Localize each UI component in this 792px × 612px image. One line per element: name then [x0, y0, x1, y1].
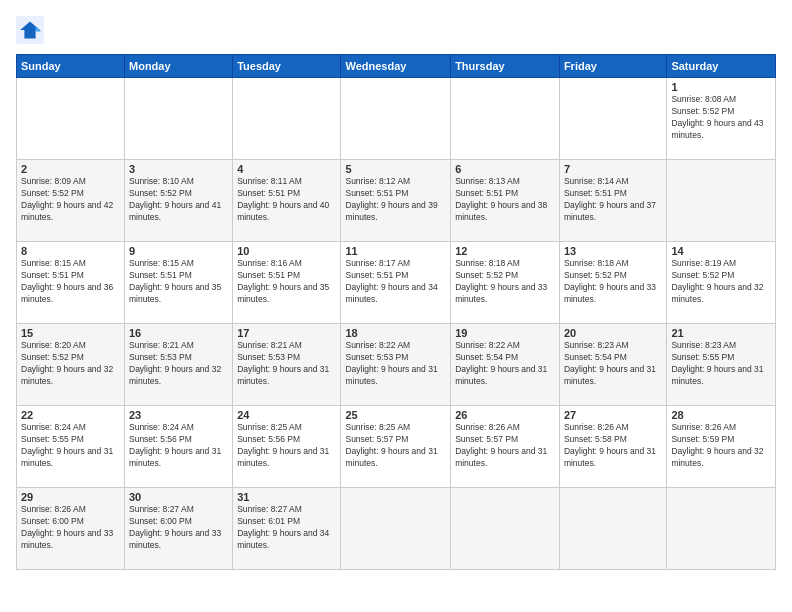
week-row-2: 2 Sunrise: 8:09 AMSunset: 5:52 PMDayligh…: [17, 160, 776, 242]
calendar-cell: [667, 160, 776, 242]
day-number: 29: [21, 491, 120, 503]
day-info: Sunrise: 8:08 AMSunset: 5:52 PMDaylight:…: [671, 94, 771, 142]
day-number: 10: [237, 245, 336, 257]
day-number: 20: [564, 327, 662, 339]
calendar-cell: 3 Sunrise: 8:10 AMSunset: 5:52 PMDayligh…: [125, 160, 233, 242]
calendar-body: 1 Sunrise: 8:08 AMSunset: 5:52 PMDayligh…: [17, 78, 776, 570]
day-number: 28: [671, 409, 771, 421]
calendar-cell: 31 Sunrise: 8:27 AMSunset: 6:01 PMDaylig…: [233, 488, 341, 570]
day-info: Sunrise: 8:09 AMSunset: 5:52 PMDaylight:…: [21, 176, 120, 224]
day-number: 23: [129, 409, 228, 421]
calendar-cell: 11 Sunrise: 8:17 AMSunset: 5:51 PMDaylig…: [341, 242, 451, 324]
day-number: 12: [455, 245, 555, 257]
day-info: Sunrise: 8:12 AMSunset: 5:51 PMDaylight:…: [345, 176, 446, 224]
week-row-3: 8 Sunrise: 8:15 AMSunset: 5:51 PMDayligh…: [17, 242, 776, 324]
calendar-cell: 4 Sunrise: 8:11 AMSunset: 5:51 PMDayligh…: [233, 160, 341, 242]
dow-header-tuesday: Tuesday: [233, 55, 341, 78]
day-number: 15: [21, 327, 120, 339]
dow-header-thursday: Thursday: [451, 55, 560, 78]
calendar-cell: 14 Sunrise: 8:19 AMSunset: 5:52 PMDaylig…: [667, 242, 776, 324]
logo-icon: [16, 16, 44, 44]
calendar-cell: [17, 78, 125, 160]
day-number: 9: [129, 245, 228, 257]
day-info: Sunrise: 8:22 AMSunset: 5:54 PMDaylight:…: [455, 340, 555, 388]
calendar-cell: 17 Sunrise: 8:21 AMSunset: 5:53 PMDaylig…: [233, 324, 341, 406]
calendar-cell: [451, 488, 560, 570]
day-info: Sunrise: 8:19 AMSunset: 5:52 PMDaylight:…: [671, 258, 771, 306]
day-info: Sunrise: 8:26 AMSunset: 5:59 PMDaylight:…: [671, 422, 771, 470]
week-row-5: 22 Sunrise: 8:24 AMSunset: 5:55 PMDaylig…: [17, 406, 776, 488]
calendar-cell: 23 Sunrise: 8:24 AMSunset: 5:56 PMDaylig…: [125, 406, 233, 488]
day-info: Sunrise: 8:23 AMSunset: 5:54 PMDaylight:…: [564, 340, 662, 388]
day-info: Sunrise: 8:23 AMSunset: 5:55 PMDaylight:…: [671, 340, 771, 388]
calendar-cell: 19 Sunrise: 8:22 AMSunset: 5:54 PMDaylig…: [451, 324, 560, 406]
calendar-cell: 30 Sunrise: 8:27 AMSunset: 6:00 PMDaylig…: [125, 488, 233, 570]
calendar-cell: 29 Sunrise: 8:26 AMSunset: 6:00 PMDaylig…: [17, 488, 125, 570]
day-info: Sunrise: 8:24 AMSunset: 5:55 PMDaylight:…: [21, 422, 120, 470]
day-number: 19: [455, 327, 555, 339]
day-number: 11: [345, 245, 446, 257]
logo: [16, 16, 48, 44]
day-info: Sunrise: 8:26 AMSunset: 6:00 PMDaylight:…: [21, 504, 120, 552]
day-info: Sunrise: 8:17 AMSunset: 5:51 PMDaylight:…: [345, 258, 446, 306]
calendar-cell: [125, 78, 233, 160]
calendar-cell: [559, 78, 666, 160]
calendar-cell: [451, 78, 560, 160]
day-info: Sunrise: 8:21 AMSunset: 5:53 PMDaylight:…: [129, 340, 228, 388]
calendar-cell: 7 Sunrise: 8:14 AMSunset: 5:51 PMDayligh…: [559, 160, 666, 242]
day-info: Sunrise: 8:16 AMSunset: 5:51 PMDaylight:…: [237, 258, 336, 306]
day-number: 31: [237, 491, 336, 503]
day-info: Sunrise: 8:26 AMSunset: 5:58 PMDaylight:…: [564, 422, 662, 470]
day-info: Sunrise: 8:27 AMSunset: 6:01 PMDaylight:…: [237, 504, 336, 552]
day-info: Sunrise: 8:20 AMSunset: 5:52 PMDaylight:…: [21, 340, 120, 388]
calendar-cell: 22 Sunrise: 8:24 AMSunset: 5:55 PMDaylig…: [17, 406, 125, 488]
day-number: 18: [345, 327, 446, 339]
calendar-cell: 8 Sunrise: 8:15 AMSunset: 5:51 PMDayligh…: [17, 242, 125, 324]
calendar-cell: 20 Sunrise: 8:23 AMSunset: 5:54 PMDaylig…: [559, 324, 666, 406]
day-info: Sunrise: 8:15 AMSunset: 5:51 PMDaylight:…: [129, 258, 228, 306]
calendar-cell: 13 Sunrise: 8:18 AMSunset: 5:52 PMDaylig…: [559, 242, 666, 324]
calendar-cell: 9 Sunrise: 8:15 AMSunset: 5:51 PMDayligh…: [125, 242, 233, 324]
calendar-cell: [341, 488, 451, 570]
calendar-cell: 5 Sunrise: 8:12 AMSunset: 5:51 PMDayligh…: [341, 160, 451, 242]
calendar-cell: 1 Sunrise: 8:08 AMSunset: 5:52 PMDayligh…: [667, 78, 776, 160]
day-number: 16: [129, 327, 228, 339]
calendar-cell: 18 Sunrise: 8:22 AMSunset: 5:53 PMDaylig…: [341, 324, 451, 406]
day-number: 27: [564, 409, 662, 421]
day-number: 5: [345, 163, 446, 175]
day-info: Sunrise: 8:26 AMSunset: 5:57 PMDaylight:…: [455, 422, 555, 470]
day-number: 24: [237, 409, 336, 421]
calendar-cell: [341, 78, 451, 160]
day-info: Sunrise: 8:18 AMSunset: 5:52 PMDaylight:…: [564, 258, 662, 306]
calendar-cell: 2 Sunrise: 8:09 AMSunset: 5:52 PMDayligh…: [17, 160, 125, 242]
page: SundayMondayTuesdayWednesdayThursdayFrid…: [0, 0, 792, 612]
calendar-cell: 27 Sunrise: 8:26 AMSunset: 5:58 PMDaylig…: [559, 406, 666, 488]
dow-header-saturday: Saturday: [667, 55, 776, 78]
day-number: 25: [345, 409, 446, 421]
day-info: Sunrise: 8:13 AMSunset: 5:51 PMDaylight:…: [455, 176, 555, 224]
calendar-cell: 15 Sunrise: 8:20 AMSunset: 5:52 PMDaylig…: [17, 324, 125, 406]
week-row-6: 29 Sunrise: 8:26 AMSunset: 6:00 PMDaylig…: [17, 488, 776, 570]
day-of-week-row: SundayMondayTuesdayWednesdayThursdayFrid…: [17, 55, 776, 78]
day-number: 13: [564, 245, 662, 257]
day-number: 26: [455, 409, 555, 421]
dow-header-wednesday: Wednesday: [341, 55, 451, 78]
calendar-cell: 28 Sunrise: 8:26 AMSunset: 5:59 PMDaylig…: [667, 406, 776, 488]
day-number: 17: [237, 327, 336, 339]
day-info: Sunrise: 8:22 AMSunset: 5:53 PMDaylight:…: [345, 340, 446, 388]
week-row-4: 15 Sunrise: 8:20 AMSunset: 5:52 PMDaylig…: [17, 324, 776, 406]
day-info: Sunrise: 8:21 AMSunset: 5:53 PMDaylight:…: [237, 340, 336, 388]
day-info: Sunrise: 8:27 AMSunset: 6:00 PMDaylight:…: [129, 504, 228, 552]
day-number: 21: [671, 327, 771, 339]
day-info: Sunrise: 8:18 AMSunset: 5:52 PMDaylight:…: [455, 258, 555, 306]
dow-header-monday: Monday: [125, 55, 233, 78]
calendar-cell: [559, 488, 666, 570]
day-number: 6: [455, 163, 555, 175]
day-info: Sunrise: 8:25 AMSunset: 5:57 PMDaylight:…: [345, 422, 446, 470]
calendar-cell: [233, 78, 341, 160]
week-row-1: 1 Sunrise: 8:08 AMSunset: 5:52 PMDayligh…: [17, 78, 776, 160]
day-info: Sunrise: 8:24 AMSunset: 5:56 PMDaylight:…: [129, 422, 228, 470]
calendar-table: SundayMondayTuesdayWednesdayThursdayFrid…: [16, 54, 776, 570]
calendar-cell: 16 Sunrise: 8:21 AMSunset: 5:53 PMDaylig…: [125, 324, 233, 406]
calendar-cell: 6 Sunrise: 8:13 AMSunset: 5:51 PMDayligh…: [451, 160, 560, 242]
